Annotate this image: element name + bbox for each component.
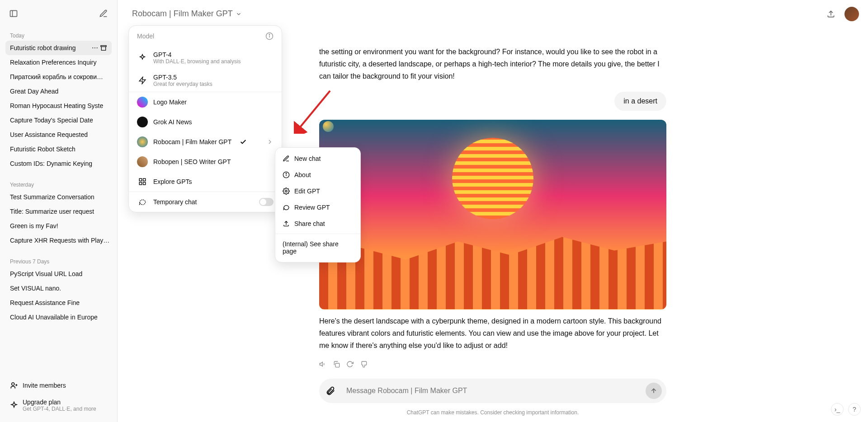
submenu-edit-gpt[interactable]: Edit GPT xyxy=(275,183,360,199)
conversation-item[interactable]: Roman Hypocaust Heating Syste xyxy=(5,98,112,113)
collapse-sidebar-button[interactable] xyxy=(5,5,22,22)
dislike-button[interactable] xyxy=(360,361,367,368)
svg-rect-16 xyxy=(139,183,142,185)
toggle-switch[interactable] xyxy=(259,198,274,206)
conversation-item[interactable]: Capture XHR Requests with Play… xyxy=(5,233,112,248)
section-previous: Previous 7 Days PyScript Visual URL Load… xyxy=(5,255,112,324)
conversation-item[interactable]: Futuristic Robot Sketch xyxy=(5,142,112,156)
submenu-share-chat[interactable]: Share chat xyxy=(275,216,360,232)
svg-marker-13 xyxy=(139,77,146,84)
header: Robocam | Film Maker GPT xyxy=(118,0,868,28)
conversation-item[interactable]: PyScript Visual URL Load xyxy=(5,267,112,281)
section-yesterday: Yesterday Test Summarize Conversation Ti… xyxy=(5,178,112,248)
gpt-option-robopen[interactable]: Robopen | SEO Writer GPT xyxy=(129,152,282,172)
archive-icon[interactable] xyxy=(100,44,107,52)
copy-icon xyxy=(333,361,340,368)
gear-icon xyxy=(283,188,290,195)
svg-point-3 xyxy=(12,383,14,385)
svg-point-20 xyxy=(286,173,286,173)
dropdown-label: Model xyxy=(137,33,154,40)
chat-dashed-icon xyxy=(137,197,148,207)
question-icon: ? xyxy=(853,406,856,413)
message-input[interactable] xyxy=(342,382,646,399)
input-area xyxy=(118,373,868,407)
svg-rect-15 xyxy=(143,178,146,181)
temporary-chat-toggle[interactable]: Temporary chat xyxy=(129,192,282,212)
conversation-item[interactable]: Green is my Fav! xyxy=(5,219,112,233)
speaker-icon xyxy=(319,361,326,368)
read-aloud-button[interactable] xyxy=(319,361,326,368)
conversation-item[interactable]: Cloud AI Unavailable in Europe xyxy=(5,310,112,324)
console-button[interactable]: ›_ xyxy=(831,403,844,416)
grid-icon xyxy=(137,176,148,187)
svg-point-21 xyxy=(285,190,287,192)
gpt-option-grok[interactable]: Grok AI News xyxy=(129,112,282,132)
section-label-yesterday: Yesterday xyxy=(5,178,112,190)
conversation-item[interactable]: Custom IDs: Dynamic Keying xyxy=(5,156,112,171)
share-button[interactable] xyxy=(823,6,839,22)
more-icon[interactable]: ⋯ xyxy=(92,44,98,52)
conversation-item[interactable]: Great Day Ahead xyxy=(5,84,112,98)
conversation-item[interactable]: Futuristic robot drawing ⋯ xyxy=(5,41,112,55)
gpt-option-logo-maker[interactable]: Logo Maker xyxy=(129,92,282,112)
gpt-avatar-icon xyxy=(137,97,148,108)
assistant-caption: Here's the desert landscape with a cyber… xyxy=(319,315,666,352)
thumbs-down-icon xyxy=(360,361,367,368)
assistant-message: the setting or environment you want for … xyxy=(319,46,666,83)
submenu-internal-share[interactable]: (Internal) See share page xyxy=(275,236,360,259)
conversation-item[interactable]: User Assistance Requested xyxy=(5,127,112,142)
paperclip-icon xyxy=(326,386,335,396)
conversation-item[interactable]: Title: Summarize user request xyxy=(5,204,112,219)
model-option-gpt4[interactable]: GPT-4 With DALL·E, browsing and analysis xyxy=(129,47,282,69)
svg-rect-14 xyxy=(139,178,142,181)
gpt-mini-avatar xyxy=(323,121,334,132)
new-chat-button[interactable] xyxy=(95,5,112,22)
submenu-about[interactable]: About xyxy=(275,167,360,183)
refresh-icon xyxy=(346,361,354,368)
collapse-icon xyxy=(9,9,18,18)
console-icon: ›_ xyxy=(835,406,840,413)
model-selector-button[interactable]: Robocam | Film Maker GPT xyxy=(127,5,247,22)
edit-icon xyxy=(283,155,290,162)
model-dropdown: Model GPT-4 With DALL·E, browsing and an… xyxy=(128,25,282,212)
help-button[interactable]: ? xyxy=(848,403,861,416)
conversation-item[interactable]: Пиратский корабль и сокрови… xyxy=(5,70,112,84)
conversation-item[interactable]: Capture Today's Special Date xyxy=(5,113,112,127)
upload-icon xyxy=(283,220,290,227)
conversation-item[interactable]: Test Summarize Conversation xyxy=(5,190,112,204)
message-actions xyxy=(319,361,666,368)
gpt-avatar-icon xyxy=(137,156,148,167)
sidebar: Today Futuristic robot drawing ⋯ Relaxat… xyxy=(0,0,118,422)
attach-button[interactable] xyxy=(326,383,342,399)
user-avatar[interactable] xyxy=(844,7,859,21)
gpt-option-robocam[interactable]: Robocam | Film Maker GPT xyxy=(129,132,282,152)
arrow-up-icon xyxy=(650,387,657,394)
send-button[interactable] xyxy=(646,383,662,399)
chevron-down-icon xyxy=(236,11,242,17)
user-message: in a desert xyxy=(614,92,666,111)
regenerate-button[interactable] xyxy=(346,361,354,368)
svg-rect-17 xyxy=(143,183,146,185)
invite-members-link[interactable]: Invite members xyxy=(5,377,112,394)
upload-icon xyxy=(826,9,835,19)
svg-rect-8 xyxy=(335,363,340,367)
model-option-gpt35[interactable]: GPT-3.5 Great for everyday tasks xyxy=(129,69,282,92)
info-icon[interactable] xyxy=(265,32,274,40)
info-icon xyxy=(283,171,290,178)
generated-image[interactable] xyxy=(319,120,666,309)
conversation-item[interactable]: Request Assistance Fine xyxy=(5,295,112,310)
copy-button[interactable] xyxy=(333,361,340,368)
sparkle-icon xyxy=(137,52,148,63)
upgrade-plan-link[interactable]: Upgrade plan Get GPT-4, DALL·E, and more xyxy=(5,394,112,417)
sparkle-icon xyxy=(10,401,18,409)
conversation-item[interactable]: Set VISUAL nano. xyxy=(5,281,112,295)
bolt-icon xyxy=(137,75,148,86)
submenu-review-gpt[interactable]: Review GPT xyxy=(275,199,360,216)
gpt-submenu: New chat About Edit GPT Review GPT Share… xyxy=(275,147,361,263)
conversation-item[interactable]: Relaxation Preferences Inquiry xyxy=(5,55,112,70)
section-today: Today Futuristic robot drawing ⋯ Relaxat… xyxy=(5,29,112,171)
edit-icon xyxy=(99,9,108,18)
check-icon xyxy=(240,138,247,145)
explore-gpts-link[interactable]: Explore GPTs xyxy=(129,172,282,192)
submenu-new-chat[interactable]: New chat xyxy=(275,150,360,167)
